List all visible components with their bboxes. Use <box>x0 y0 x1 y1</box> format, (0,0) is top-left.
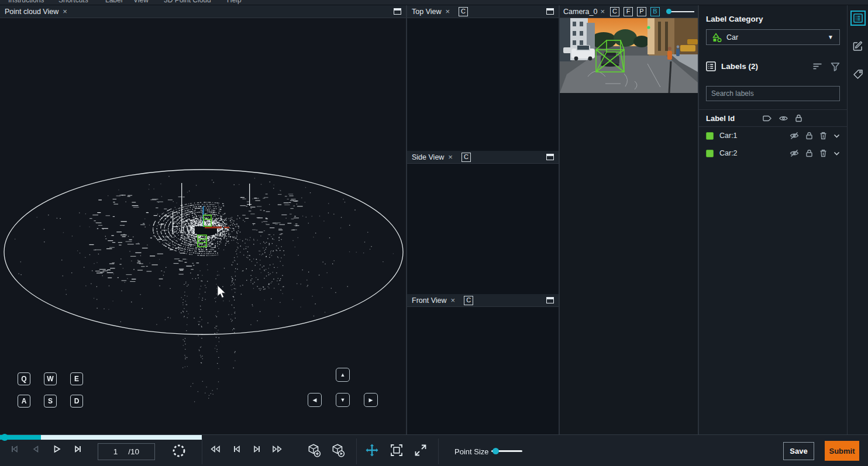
label-id-header: Label Id <box>699 109 847 127</box>
camera-opacity-slider[interactable] <box>667 11 694 12</box>
fast-forward-button[interactable] <box>271 444 283 454</box>
lock-icon[interactable] <box>805 149 813 157</box>
camera-mode-c-button[interactable]: C <box>610 7 619 16</box>
key-e[interactable]: E <box>70 372 83 385</box>
visibility-off-icon[interactable] <box>790 149 799 157</box>
edit-icon <box>852 40 864 52</box>
top-view-viewport[interactable] <box>407 18 559 151</box>
arrow-left-icon[interactable]: ◀ <box>308 393 322 407</box>
next-frame-step-button[interactable] <box>252 444 262 454</box>
maximize-icon[interactable] <box>546 297 554 303</box>
panel-title: Front View <box>412 296 447 305</box>
close-icon[interactable]: × <box>446 8 450 15</box>
lock-icon[interactable] <box>805 132 813 140</box>
move-tool-button[interactable] <box>365 443 379 457</box>
side-view-viewport[interactable] <box>407 164 559 294</box>
edit-panel-tab[interactable] <box>850 39 866 54</box>
add-cuboid-button[interactable] <box>306 443 322 458</box>
label-row-car-1[interactable]: Car:1 <box>699 127 847 144</box>
submit-button[interactable]: Submit <box>825 441 859 461</box>
panel-title: Point cloud View <box>5 8 58 16</box>
save-button[interactable]: Save <box>783 442 814 460</box>
label-color-swatch <box>706 132 714 140</box>
point-size-slider[interactable] <box>491 450 522 452</box>
menu-item-view[interactable]: View <box>133 0 149 4</box>
camera-toggle-button[interactable]: C <box>459 7 468 16</box>
top-view-header: Top View × C <box>407 5 559 18</box>
frame-counter[interactable]: 1 /10 <box>98 443 155 460</box>
go-first-frame-button[interactable] <box>9 444 20 454</box>
camera-mode-b-button[interactable]: B <box>650 7 660 16</box>
label-name: Car:1 <box>719 132 738 140</box>
close-icon[interactable]: × <box>63 8 67 15</box>
delete-icon[interactable] <box>819 149 827 157</box>
camera-toggle-button[interactable]: C <box>464 296 473 305</box>
labels-section-header: Labels (2) <box>706 61 840 71</box>
labels-panel-tab[interactable] <box>850 11 866 26</box>
play-button[interactable] <box>51 444 62 454</box>
delete-icon[interactable] <box>819 132 827 140</box>
add-cuboid-sequence-button[interactable] <box>330 443 346 458</box>
front-view-viewport[interactable] <box>407 307 559 434</box>
bottom-toolbar: 1 /10 <box>0 434 868 466</box>
eye-icon[interactable] <box>779 115 788 122</box>
previous-frame-button[interactable] <box>232 444 242 454</box>
key-d[interactable]: D <box>70 395 83 408</box>
category-shapes-icon <box>712 33 722 42</box>
tag-icon[interactable] <box>763 115 772 122</box>
side-view-header: Side View × C <box>407 151 559 164</box>
step-back-button[interactable] <box>30 444 41 454</box>
label-name: Car:2 <box>719 149 738 157</box>
frame-scrubber[interactable] <box>0 435 202 440</box>
slider-knob[interactable] <box>666 9 671 14</box>
sort-icon[interactable] <box>812 62 822 71</box>
scrubber-knob[interactable] <box>1 434 8 441</box>
menu-item-3d-point-cloud[interactable]: 3D Point Cloud <box>164 0 211 4</box>
key-a[interactable]: A <box>18 395 30 408</box>
camera-mode-p-button[interactable]: P <box>637 7 646 16</box>
filter-icon[interactable] <box>831 62 840 71</box>
chevron-down-icon[interactable] <box>833 134 840 138</box>
labels-list-icon <box>853 13 863 23</box>
search-input[interactable] <box>706 86 840 101</box>
lock-icon[interactable] <box>795 114 802 122</box>
close-icon[interactable]: × <box>451 296 456 304</box>
close-icon[interactable]: × <box>448 153 453 161</box>
tag-icon <box>852 68 864 80</box>
fit-to-frame-button[interactable] <box>390 443 404 457</box>
slider-knob[interactable] <box>492 448 499 454</box>
next-frame-button[interactable] <box>73 444 83 454</box>
menu-item-instructions[interactable]: Instructions <box>8 0 44 4</box>
tags-panel-tab[interactable] <box>850 67 866 82</box>
arrow-down-icon[interactable]: ▼ <box>336 393 350 407</box>
arrow-up-icon[interactable]: ▲ <box>336 368 350 382</box>
key-q[interactable]: Q <box>18 372 30 385</box>
camera-mode-f-button[interactable]: F <box>624 7 633 16</box>
menu-item-label[interactable]: Label <box>105 0 122 4</box>
camera-toggle-button[interactable]: C <box>461 153 471 162</box>
chevron-down-icon: ▼ <box>828 34 833 40</box>
toolbar-divider <box>438 439 439 464</box>
label-category-dropdown[interactable]: Car ▼ <box>706 29 840 45</box>
panel-title: Side View <box>412 153 444 161</box>
visibility-off-icon[interactable] <box>790 132 799 140</box>
point-cloud-panel: Point cloud View × Q W E A S D ▲ ◀ ▼ ▶ <box>0 5 406 434</box>
maximize-icon[interactable] <box>546 8 554 15</box>
label-sidebar: Label Category Car ▼ Labels (2) <box>699 5 847 434</box>
menu-bar: Instructions Shortcuts Label View 3D Poi… <box>0 0 868 5</box>
chevron-down-icon[interactable] <box>833 151 840 156</box>
camera-view-image[interactable] <box>560 18 698 93</box>
menu-item-shortcuts[interactable]: Shortcuts <box>58 0 88 4</box>
maximize-icon[interactable] <box>394 8 401 15</box>
label-row-car-2[interactable]: Car:2 <box>699 144 847 162</box>
frame-current: 1 <box>113 447 118 456</box>
fast-rewind-button[interactable] <box>209 444 221 454</box>
key-s[interactable]: S <box>44 395 57 408</box>
arrow-right-icon[interactable]: ▶ <box>364 393 378 407</box>
maximize-icon[interactable] <box>546 154 554 160</box>
key-w[interactable]: W <box>44 372 57 385</box>
close-icon[interactable]: × <box>600 8 605 15</box>
toolbar-divider <box>202 439 202 464</box>
expand-view-button[interactable] <box>414 443 428 457</box>
menu-item-help[interactable]: Help <box>227 0 242 4</box>
